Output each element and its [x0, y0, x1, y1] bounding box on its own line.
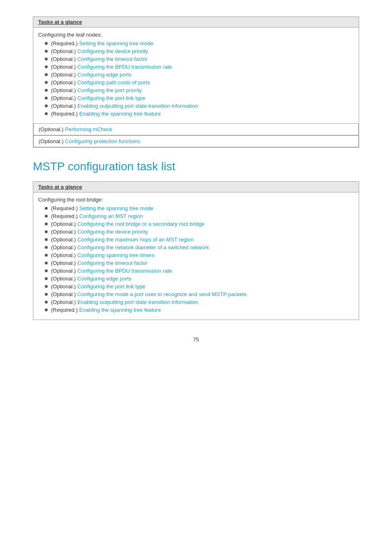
- item-link[interactable]: Configuring the BPDU transmission rate: [77, 268, 172, 274]
- item-text: (Optional.) Configuring the port link ty…: [51, 95, 145, 101]
- list-item: (Optional.) Enabling outputting port sta…: [38, 299, 354, 305]
- item-prefix: (Optional.): [51, 283, 77, 290]
- section1-intro: Configuring the leaf nodes:: [38, 32, 354, 38]
- item-prefix: (Optional.): [51, 236, 77, 243]
- item-link[interactable]: Configuring the root bridge or a seconda…: [77, 221, 204, 227]
- item-link[interactable]: Configuring an MST region: [79, 213, 143, 219]
- list-item: (Required.) Configuring an MST region: [38, 213, 354, 219]
- optional-prefix: (Optional.): [39, 138, 65, 144]
- item-prefix: (Optional.): [51, 56, 77, 62]
- optional-row-1: (Optional.) Performing mCheck: [33, 123, 359, 135]
- item-prefix: (Optional.): [51, 299, 77, 305]
- list-item: (Optional.) Configuring the device prior…: [38, 229, 354, 235]
- item-link[interactable]: Configuring the mode a port uses to reco…: [77, 291, 247, 297]
- item-link[interactable]: Configuring path costs of ports: [77, 79, 150, 86]
- bullet-icon: [45, 269, 48, 272]
- bullet-icon: [45, 230, 48, 233]
- section1-list: (Required.) Setting the spanning tree mo…: [38, 40, 354, 117]
- item-text: (Optional.) Configuring the timeout fact…: [51, 56, 148, 62]
- item-prefix: (Optional.): [51, 291, 77, 297]
- item-text: (Optional.) Configuring edge ports: [51, 276, 131, 282]
- item-text: (Optional.) Configuring the device prior…: [51, 48, 148, 54]
- list-item: (Optional.) Configuring spanning tree ti…: [38, 252, 354, 258]
- section2-intro: Configuring the root bridge:: [38, 197, 354, 203]
- optional-link-2[interactable]: Configuring protection functions: [65, 138, 140, 144]
- list-item: (Optional.) Configuring the timeout fact…: [38, 56, 354, 62]
- bullet-icon: [45, 277, 48, 280]
- item-link[interactable]: Configuring the device priority: [77, 48, 148, 54]
- list-item: (Optional.) Configuring the BPDU transmi…: [38, 268, 354, 274]
- item-link[interactable]: Configuring edge ports: [77, 72, 131, 78]
- list-item: (Required.) Setting the spanning tree mo…: [38, 40, 354, 46]
- list-item: (Optional.) Enabling outputting port sta…: [38, 103, 354, 109]
- list-item: (Optional.) Configuring the network diam…: [38, 244, 354, 250]
- item-text: (Optional.) Configuring spanning tree ti…: [51, 252, 154, 258]
- item-prefix: (Optional.): [51, 79, 77, 86]
- bullet-icon: [45, 112, 48, 115]
- list-item: (Optional.) Configuring the BPDU transmi…: [38, 64, 354, 70]
- section1-tasks-body: Configuring the leaf nodes: (Required.) …: [33, 28, 359, 123]
- item-text: (Optional.) Configuring the root bridge …: [51, 221, 205, 227]
- optional-link-1[interactable]: Performing mCheck: [65, 126, 112, 132]
- item-text: (Required.) Enabling the spanning tree f…: [51, 111, 161, 117]
- item-link[interactable]: Enabling the spanning tree feature: [79, 111, 161, 117]
- item-link[interactable]: Configuring the port priority: [77, 87, 142, 93]
- item-text: (Optional.) Configuring the port link ty…: [51, 283, 145, 290]
- item-prefix: (Optional.): [51, 252, 77, 258]
- item-prefix: (Optional.): [51, 276, 77, 282]
- section2-list: (Required.) Setting the spanning tree mo…: [38, 205, 354, 313]
- optional-prefix: (Optional.): [39, 126, 65, 132]
- item-link[interactable]: Configuring the timeout factor: [77, 56, 148, 62]
- bullet-icon: [45, 285, 48, 288]
- item-prefix: (Optional.): [51, 87, 77, 93]
- item-prefix: (Optional.): [51, 64, 77, 70]
- item-link[interactable]: Configuring the port link type: [77, 283, 145, 290]
- section2-tasks-body: Configuring the root bridge: (Required.)…: [33, 192, 359, 320]
- item-prefix: (Optional.): [51, 244, 77, 250]
- list-item: (Required.) Enabling the spanning tree f…: [38, 307, 354, 313]
- item-text: (Optional.) Configuring path costs of po…: [51, 79, 150, 86]
- bullet-icon: [45, 262, 48, 264]
- item-link[interactable]: Enabling outputting port state transitio…: [77, 299, 198, 305]
- list-item: (Optional.) Configuring edge ports: [38, 276, 354, 282]
- bullet-icon: [45, 42, 48, 45]
- list-item: (Optional.) Configuring the port link ty…: [38, 283, 354, 290]
- item-link[interactable]: Configuring spanning tree timers: [77, 252, 154, 258]
- list-item: (Required.) Setting the spanning tree mo…: [38, 205, 354, 211]
- item-prefix: (Required.): [51, 40, 79, 46]
- list-item: (Optional.) Configuring the port link ty…: [38, 95, 354, 101]
- item-link[interactable]: Configuring the network diameter of a sw…: [77, 244, 209, 250]
- item-link[interactable]: Configuring edge ports: [77, 276, 131, 282]
- item-link[interactable]: Setting the spanning tree mode: [79, 205, 154, 211]
- item-text: (Optional.) Configuring the device prior…: [51, 229, 148, 235]
- item-text: (Optional.) Configuring the BPDU transmi…: [51, 268, 172, 274]
- bullet-icon: [45, 238, 48, 241]
- item-text: (Required.) Configuring an MST region: [51, 213, 143, 219]
- section-title: MSTP configuration task list: [33, 160, 359, 173]
- bullet-icon: [45, 50, 48, 53]
- item-text: (Optional.) Configuring the maximum hops…: [51, 236, 194, 243]
- list-item: (Optional.) Configuring the timeout fact…: [38, 260, 354, 266]
- list-item: (Optional.) Configuring path costs of po…: [38, 79, 354, 86]
- section2-tasks-box: Tasks at a glance Configuring the root b…: [33, 181, 359, 320]
- item-prefix: (Optional.): [51, 229, 77, 235]
- item-prefix: (Optional.): [51, 95, 77, 101]
- bullet-icon: [45, 246, 48, 249]
- item-link[interactable]: Enabling the spanning tree feature: [79, 307, 161, 313]
- item-text: (Optional.) Configuring the BPDU transmi…: [51, 64, 172, 70]
- bullet-icon: [45, 58, 48, 60]
- item-prefix: (Optional.): [51, 260, 77, 266]
- bullet-icon: [45, 73, 48, 76]
- item-link[interactable]: Configuring the BPDU transmission rate: [77, 64, 172, 70]
- item-link[interactable]: Configuring the timeout factor: [77, 260, 148, 266]
- list-item: (Optional.) Configuring the device prior…: [38, 48, 354, 54]
- item-prefix: (Optional.): [51, 103, 77, 109]
- item-link[interactable]: Setting the spanning tree mode: [79, 40, 154, 46]
- item-link[interactable]: Configuring the device priority: [77, 229, 148, 235]
- item-link[interactable]: Configuring the maximum hops of an MST r…: [77, 236, 194, 243]
- item-link[interactable]: Enabling outputting port state transitio…: [77, 103, 198, 109]
- list-item: (Optional.) Configuring the root bridge …: [38, 221, 354, 227]
- item-link[interactable]: Configuring the port link type: [77, 95, 145, 101]
- section1-tasks-header: Tasks at a glance: [33, 17, 359, 28]
- section2-tasks-header: Tasks at a glance: [33, 182, 359, 192]
